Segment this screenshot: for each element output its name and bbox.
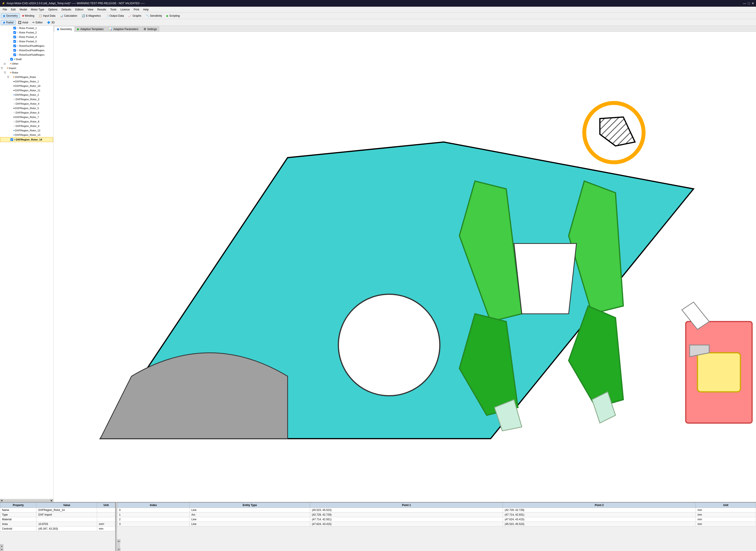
menu-options[interactable]: Options bbox=[47, 8, 59, 12]
menu-results[interactable]: Results bbox=[95, 8, 108, 12]
titlebar-controls[interactable]: — □ ✕ bbox=[743, 2, 754, 5]
tb-outputdata[interactable]: 📑 Output Data bbox=[103, 14, 126, 18]
tb-winding[interactable]: ■ Winding bbox=[20, 14, 36, 18]
prop-header-value: Value bbox=[36, 503, 97, 508]
menu-edit[interactable]: Edit bbox=[9, 8, 17, 12]
maximize-button[interactable]: □ bbox=[748, 2, 750, 5]
tree-checkbox[interactable] bbox=[13, 36, 16, 38]
tree-item-rotor-pocket-2[interactable]: ◇ Rotor Pocket_2 bbox=[0, 30, 53, 35]
tree-item-rotor[interactable]: ▽ ⊕ Rotor bbox=[0, 70, 53, 75]
tree-item-dxf-9[interactable]: ◇ DXFRegion_Rotor_9 bbox=[0, 124, 53, 128]
menu-help[interactable]: Help bbox=[141, 8, 150, 12]
menu-tools[interactable]: Tools bbox=[108, 8, 118, 12]
bottom-panels: Property Value Unit Name DXFRegion_Rotor… bbox=[0, 502, 756, 551]
tree-item-dxf-2[interactable]: ● DXFRegion_Rotor_2 bbox=[0, 93, 53, 97]
menu-motortype[interactable]: Motor Type bbox=[29, 8, 46, 12]
minimize-button[interactable]: — bbox=[743, 2, 746, 5]
tree-checkbox[interactable] bbox=[13, 27, 16, 29]
diamond-icon: ◇ bbox=[13, 97, 15, 101]
expand-icon[interactable]: ▷ bbox=[4, 62, 6, 66]
tree-checkbox[interactable] bbox=[10, 138, 13, 141]
prop-centroid: Centroid bbox=[0, 527, 36, 531]
tree-item-dxf-8[interactable]: ◇ DXFRegion_Rotor_8 bbox=[0, 119, 53, 124]
menu-model[interactable]: Model bbox=[18, 8, 29, 12]
tree-hscroll[interactable]: ◀ ▶ bbox=[0, 499, 53, 502]
tree-item-dxf-7[interactable]: ● DXFRegion_Rotor_7 bbox=[0, 115, 53, 119]
hscroll-right[interactable]: ▶ bbox=[50, 499, 53, 502]
tb-graphs[interactable]: 📈 Graphs bbox=[126, 14, 143, 18]
menu-file[interactable]: File bbox=[1, 8, 9, 12]
vscroll-down[interactable]: ▼ bbox=[117, 548, 120, 551]
tree-checkbox[interactable] bbox=[13, 49, 16, 52]
tree-item-dxf-1[interactable]: ● DXFRegion_Rotor_1 bbox=[0, 79, 53, 84]
menu-editors[interactable]: Editors bbox=[73, 8, 85, 12]
tree-checkbox[interactable] bbox=[10, 58, 13, 61]
menu-view[interactable]: View bbox=[86, 8, 95, 12]
tree-checkbox[interactable] bbox=[13, 53, 16, 56]
geometry-canvas bbox=[53, 32, 756, 502]
vscroll-up[interactable]: ▲ bbox=[0, 544, 3, 547]
tree-item-dxf-10[interactable]: ● DXFRegion_Rotor_10 bbox=[0, 84, 53, 88]
tree-item-other[interactable]: ▷ ⊕ Other bbox=[0, 61, 53, 66]
menu-defaults[interactable]: Defaults bbox=[60, 8, 73, 12]
tree-item-dxf-14[interactable]: ● DXFRegion_Rotor_14 bbox=[0, 137, 53, 142]
tb-editor[interactable]: ✏ Editor bbox=[30, 20, 45, 25]
entity-p2: (45.523, 45.523) bbox=[503, 522, 696, 527]
vscroll-up[interactable]: ▲ bbox=[117, 539, 120, 543]
tree-container[interactable]: ◇ Rotor Pocket_1 ◇ Rotor Pocket_2 ◇ Roto… bbox=[0, 26, 53, 499]
props-vscroll[interactable]: ▲ ▼ bbox=[0, 544, 3, 551]
tb-sensitivity[interactable]: 📉 Sensitivity bbox=[144, 14, 164, 18]
properties-table: Property Value Unit Name DXFRegion_Rotor… bbox=[0, 502, 115, 531]
hscroll-left[interactable]: ◀ bbox=[0, 499, 3, 502]
tree-checkbox[interactable] bbox=[13, 40, 16, 43]
tb-emagnetics[interactable]: 🔄 E-Magnetics bbox=[80, 14, 103, 18]
entity-type: Line bbox=[189, 522, 310, 527]
tree-item-rotor-pocket-1[interactable]: ◇ Rotor Pocket_1 bbox=[0, 26, 53, 30]
vscroll-down[interactable]: ▼ bbox=[0, 548, 3, 551]
tree-item-shaft[interactable]: ● Shaft bbox=[0, 57, 53, 61]
entity-vscroll[interactable]: ▲ ▼ bbox=[117, 539, 120, 551]
entity-row-2: 2 Line (47.714, 42.931) (47.624, 43.415)… bbox=[117, 517, 756, 522]
tree-item-rotor-duct-2[interactable]: ◇ RotorDuctFluidRegion. bbox=[0, 48, 53, 53]
menu-print[interactable]: Print bbox=[132, 8, 141, 12]
tab-adaptive-parameters[interactable]: 📊 Adaptive Parameters bbox=[106, 26, 141, 32]
tb-radial[interactable]: ◉ Radial bbox=[1, 20, 16, 25]
tab-geometry[interactable]: ◉ Geometry bbox=[54, 26, 74, 32]
tree-item-dxf-5[interactable]: ● DXFRegion_Rotor_5 bbox=[0, 106, 53, 110]
entity-header-index: Index bbox=[117, 503, 190, 508]
tb-calculation[interactable]: 📊 Calculation bbox=[58, 14, 79, 18]
outputdata-icon: 📑 bbox=[105, 14, 109, 17]
menu-licence[interactable]: Licence bbox=[119, 8, 131, 12]
toolbar1: ◉ Geometry ■ Winding 📋 Input Data 📊 Calc… bbox=[0, 12, 756, 19]
tree-item-dxfregion-rotor[interactable]: ▽ ⊕ DXFRegion_Rotor bbox=[0, 75, 53, 79]
tree-item-dxf-4[interactable]: ◇ DXFRegion_Rotor_4 bbox=[0, 101, 53, 106]
svg-rect-8 bbox=[697, 353, 740, 392]
expand-icon[interactable]: ▽ bbox=[7, 75, 9, 79]
tree-item-rotor-duct-1[interactable]: ◇ RotorDuctFluidRegion. bbox=[0, 44, 53, 48]
entity-unit: mm bbox=[696, 508, 756, 513]
expand-icon[interactable]: ▽ bbox=[4, 71, 6, 75]
tb-3d[interactable]: 🔷 3D bbox=[45, 20, 57, 25]
tree-item-import[interactable]: ▽ ⊕ Import bbox=[0, 66, 53, 70]
tree-item-dxf-6[interactable]: ◇ DXFRegion_Rotor_6 bbox=[0, 110, 53, 115]
tree-item-rotor-pocket-4[interactable]: ◇ Rotor Pocket_4 bbox=[0, 35, 53, 39]
close-button[interactable]: ✕ bbox=[752, 2, 754, 5]
tb-scripting[interactable]: ▶ Scripting bbox=[164, 14, 182, 18]
tree-item-rotor-duct-3[interactable]: ◇ RotorDuctFluidRegion. bbox=[0, 53, 53, 57]
tb-axial[interactable]: 🔲 Axial bbox=[16, 20, 30, 25]
tree-item-dxf-12[interactable]: ● DXFRegion_Rotor_12 bbox=[0, 128, 53, 133]
tree-item-dxf-13[interactable]: ● DXFRegion_Rotor_13 bbox=[0, 133, 53, 137]
tab-adaptive-templates[interactable]: ▶ Adaptive Templates bbox=[75, 26, 106, 32]
tree-item-dxf-3[interactable]: ◇ DXFRegion_Rotor_3 bbox=[0, 97, 53, 101]
expand-icon[interactable]: ▽ bbox=[0, 66, 3, 70]
group-icon: ⊕ bbox=[7, 66, 8, 70]
tab-bar: ◉ Geometry ▶ Adaptive Templates 📊 Adapti… bbox=[53, 26, 756, 32]
tb-geometry[interactable]: ◉ Geometry bbox=[1, 14, 20, 18]
tree-item-dxf-11[interactable]: ● DXFRegion_Rotor_11 bbox=[0, 88, 53, 93]
tree-item-rotor-pocket-5[interactable]: ◇ Rotor Pocket_5 bbox=[0, 39, 53, 44]
tree-checkbox[interactable] bbox=[13, 31, 16, 34]
tree-checkbox[interactable] bbox=[13, 44, 16, 47]
entity-type: Line bbox=[189, 517, 310, 522]
tab-settings[interactable]: ⚙ Settings bbox=[141, 26, 159, 32]
tb-inputdata[interactable]: 📋 Input Data bbox=[37, 14, 57, 18]
